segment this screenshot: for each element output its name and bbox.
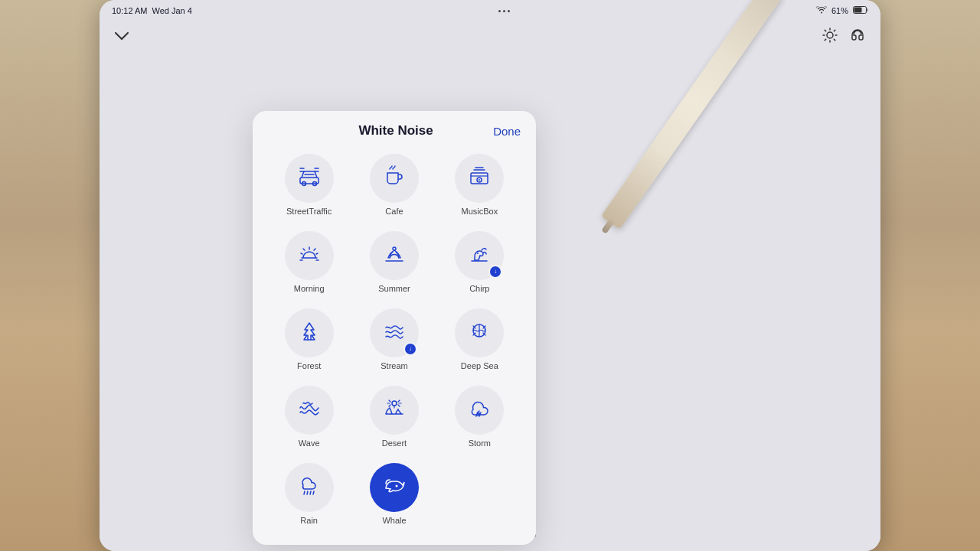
sound-label-desert: Desert xyxy=(382,439,407,448)
svg-point-17 xyxy=(479,179,480,181)
top-controls xyxy=(100,21,880,52)
sound-item-cafe[interactable]: Cafe xyxy=(353,149,435,220)
sound-label-street-traffic: StreetTraffic xyxy=(286,207,332,216)
sound-icon-cafe xyxy=(370,154,419,203)
sound-item-chirp[interactable]: ↓Chirp xyxy=(439,227,521,298)
sound-item-summer[interactable]: Summer xyxy=(353,227,435,298)
date: Wed Jan 4 xyxy=(152,6,191,15)
svg-line-10 xyxy=(825,39,825,40)
sound-label-cafe: Cafe xyxy=(385,207,403,216)
ipad-frame: 10:12 AM Wed Jan 4 61% xyxy=(100,0,880,551)
sound-label-storm: Storm xyxy=(469,439,491,448)
sound-label-summer: Summer xyxy=(378,284,410,293)
svg-point-3 xyxy=(827,32,833,38)
svg-line-8 xyxy=(825,30,825,31)
sound-label-whale: Whale xyxy=(382,516,406,525)
sound-icon-rain xyxy=(285,463,334,512)
sound-icon-music-box xyxy=(455,154,504,203)
sound-item-music-box[interactable]: MusicBox xyxy=(439,149,521,220)
sound-item-desert[interactable]: Desert xyxy=(353,381,435,452)
pencil-tip xyxy=(601,218,615,234)
download-badge-stream: ↓ xyxy=(403,342,417,356)
modal-title: White Noise xyxy=(299,123,493,139)
sound-icon-desert xyxy=(370,386,419,435)
status-center xyxy=(498,10,510,12)
dot3 xyxy=(508,10,510,12)
sound-label-morning: Morning xyxy=(294,284,325,293)
svg-line-9 xyxy=(834,39,835,40)
chevron-down-button[interactable] xyxy=(115,29,129,45)
headphone-icon[interactable] xyxy=(850,28,865,47)
svg-rect-2 xyxy=(854,8,862,13)
dot2 xyxy=(503,10,505,12)
sound-label-stream: Stream xyxy=(381,361,407,370)
sound-icon-whale xyxy=(370,463,419,512)
sound-item-storm[interactable]: Storm xyxy=(439,381,521,452)
sound-icon-street-traffic xyxy=(285,154,334,203)
sound-icon-forest xyxy=(285,308,334,357)
battery-icon xyxy=(853,6,868,15)
svg-point-22 xyxy=(395,484,397,487)
sound-icon-storm xyxy=(455,386,504,435)
sound-icon-morning xyxy=(285,231,334,280)
main-content: 10:12 AM Wed Jan 4 61% xyxy=(100,0,880,551)
dot1 xyxy=(498,10,501,12)
sound-item-morning[interactable]: Morning xyxy=(268,227,350,298)
done-button[interactable]: Done xyxy=(493,125,521,138)
sound-icon-summer xyxy=(370,231,419,280)
sound-icon-wave xyxy=(285,386,334,435)
sound-item-forest[interactable]: Forest xyxy=(268,304,350,375)
modal-header: White Noise Done xyxy=(268,123,521,139)
time: 10:12 AM xyxy=(112,6,147,15)
sound-icon-deep-sea xyxy=(455,308,504,357)
sound-label-deep-sea: Deep Sea xyxy=(461,361,498,370)
white-noise-modal: White Noise Done StreetTraffic Cafe Musi… xyxy=(253,111,536,545)
svg-line-11 xyxy=(834,30,835,31)
sound-item-rain[interactable]: Rain xyxy=(268,458,350,530)
sound-icon-chirp: ↓ xyxy=(455,231,504,280)
sound-item-deep-sea[interactable]: Deep Sea xyxy=(439,304,521,375)
sound-label-rain: Rain xyxy=(300,516,318,525)
sound-label-music-box: MusicBox xyxy=(461,207,498,216)
sound-label-forest: Forest xyxy=(297,361,321,370)
sound-item-wave[interactable]: Wave xyxy=(268,381,350,452)
svg-point-18 xyxy=(393,247,396,250)
status-right: 61% xyxy=(816,6,868,15)
status-left: 10:12 AM Wed Jan 4 xyxy=(112,6,192,15)
sound-grid: StreetTraffic Cafe MusicBox Morning Summ… xyxy=(268,149,521,530)
download-badge-chirp: ↓ xyxy=(488,265,502,279)
sound-label-wave: Wave xyxy=(299,439,320,448)
svg-point-19 xyxy=(477,253,479,254)
top-right-icons xyxy=(822,28,865,47)
sound-item-stream[interactable]: ↓Stream xyxy=(353,304,435,375)
svg-rect-1 xyxy=(867,8,868,11)
sound-label-chirp: Chirp xyxy=(469,284,489,293)
brightness-icon[interactable] xyxy=(822,28,838,47)
wifi-icon xyxy=(816,6,827,15)
sound-item-whale[interactable]: Whale xyxy=(353,458,435,530)
battery-level: 61% xyxy=(831,6,848,15)
svg-point-21 xyxy=(392,401,397,406)
sound-icon-stream: ↓ xyxy=(370,308,419,357)
sound-item-street-traffic[interactable]: StreetTraffic xyxy=(268,149,350,220)
